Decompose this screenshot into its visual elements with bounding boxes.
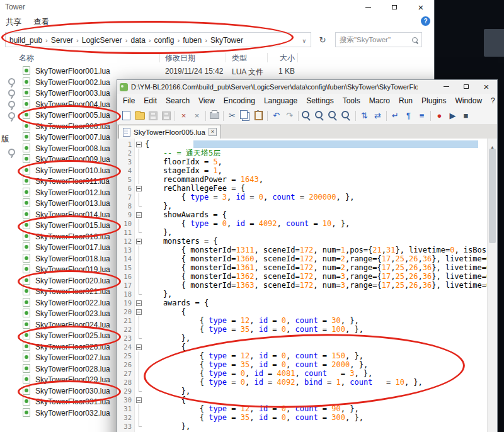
code-line[interactable]: 12 monsters = {: [117, 237, 488, 246]
code-line[interactable]: 15 { monsterId=1361, sceneId=172, num=2,…: [117, 263, 488, 272]
code-line[interactable]: 4 stageIdx = 1,: [117, 166, 488, 175]
copy-icon[interactable]: [239, 110, 251, 122]
code-line[interactable]: 29 },: [117, 387, 488, 395]
breadcrumb-item[interactable]: LogicServer: [81, 36, 123, 45]
fold-collapse-icon[interactable]: [135, 237, 143, 246]
menu-language[interactable]: Language: [260, 96, 302, 105]
notepad-close-button[interactable]: [476, 80, 496, 93]
code-line[interactable]: 23 },: [117, 334, 488, 343]
code-editor[interactable]: 1{2 -- = 通天塔5层3 floorIdx = 5,4 stageIdx …: [117, 139, 497, 432]
notepad-titlebar[interactable]: D:\YM-BL20166.Com\build_pub\Server\Logic…: [117, 80, 497, 94]
vertical-scrollbar[interactable]: [487, 139, 497, 432]
code-line[interactable]: 5 recommandPower = 1643,: [117, 175, 488, 184]
column-separator[interactable]: [267, 53, 268, 62]
find-icon[interactable]: [301, 110, 313, 122]
code-line[interactable]: 3 floorIdx = 5,: [117, 157, 488, 166]
replace-icon[interactable]: [314, 110, 326, 122]
breadcrumb-item[interactable]: fuben: [181, 36, 203, 45]
code-line[interactable]: 14 { monsterId=1360, sceneId=172, num=2,…: [117, 254, 488, 263]
breadcrumb-item[interactable]: Server: [50, 36, 74, 45]
redo-icon[interactable]: ↷: [284, 110, 295, 122]
tab-skytowerfloor005[interactable]: SkyTowerFloor005.lua: [118, 125, 221, 139]
notepad-maximize-button[interactable]: [456, 80, 476, 93]
code-line[interactable]: 24 {: [117, 343, 488, 351]
show-all-characters-icon[interactable]: ¶: [403, 110, 415, 122]
cut-icon[interactable]: ✂: [226, 110, 238, 122]
indent-guide-icon[interactable]: ≡: [416, 110, 428, 122]
code-line[interactable]: 6 reChanllegeFee = {: [117, 184, 488, 193]
code-line[interactable]: 1{: [117, 140, 488, 149]
code-line[interactable]: 28 { type = 0, id = 4092, bind = 1, coun…: [117, 378, 488, 387]
undo-icon[interactable]: ↶: [270, 110, 282, 122]
close-all-icon[interactable]: ×: [191, 110, 203, 122]
breadcrumb-item[interactable]: SkyTower: [209, 36, 244, 45]
scrollbar-thumb[interactable]: [489, 149, 496, 243]
macro-stop-icon[interactable]: ■: [460, 110, 472, 122]
column-separator[interactable]: [159, 53, 160, 62]
column-separator[interactable]: [297, 53, 298, 62]
fold-collapse-icon[interactable]: [135, 210, 143, 219]
menu-search[interactable]: Search: [161, 96, 194, 105]
ribbon-tab-查看[interactable]: 查看: [33, 17, 49, 28]
breadcrumb-separator-icon[interactable]: ›: [74, 37, 81, 44]
breadcrumb-separator-icon[interactable]: ›: [43, 37, 50, 44]
search-input[interactable]: 搜索"SkyTower": [340, 35, 412, 45]
code-line[interactable]: 18 },: [117, 290, 488, 298]
macro-record-icon[interactable]: ●: [433, 110, 445, 122]
code-line[interactable]: 11 },: [117, 228, 488, 237]
open-folder-icon[interactable]: [134, 110, 146, 122]
pin-icon[interactable]: [8, 78, 15, 85]
column-header-1[interactable]: 修改日期: [165, 53, 195, 64]
paste-icon[interactable]: [253, 110, 265, 122]
code-line[interactable]: 33 },: [117, 422, 488, 431]
menu-view[interactable]: View: [194, 96, 219, 105]
code-line[interactable]: 7 { type = 3, id = 0, count = 200000, },: [117, 193, 488, 202]
fold-collapse-icon[interactable]: [135, 298, 143, 307]
ribbon-tab-共享[interactable]: 共享: [6, 17, 21, 28]
word-wrap-icon[interactable]: ↵: [389, 110, 401, 122]
notepad-minimize-button[interactable]: [436, 80, 456, 93]
column-header-2[interactable]: 类型: [232, 53, 247, 64]
search-box[interactable]: 搜索"SkyTower": [335, 32, 422, 47]
code-line[interactable]: 27 { type = 0, id = 4081, count = 3, },: [117, 369, 488, 378]
code-line[interactable]: 8 },: [117, 202, 488, 210]
code-line[interactable]: 21 { type = 12, id = 0, count = 30, },: [117, 316, 488, 325]
tab-close-icon[interactable]: [209, 128, 217, 136]
menu-[interactable]: ?: [486, 96, 500, 105]
zoom-in-icon[interactable]: [328, 110, 340, 122]
sync-horizontal-icon[interactable]: ⇄: [372, 110, 384, 122]
breadcrumb-separator-icon[interactable]: ›: [176, 37, 182, 44]
file-row[interactable]: SkyTowerFloor001.lua2019/11/24 15:42LUA …: [0, 65, 434, 77]
menu-encoding[interactable]: Encoding: [219, 96, 260, 105]
fold-collapse-icon[interactable]: [135, 343, 143, 351]
menu-macro[interactable]: Macro: [365, 96, 394, 105]
code-line[interactable]: 13 { monsterId=1311, sceneId=172, num=1,…: [117, 246, 488, 254]
menu-run[interactable]: Run: [394, 96, 417, 105]
sidebar-item-label[interactable]: 版: [1, 134, 9, 145]
code-line[interactable]: 10 { type = 0, id = 4092, count = 10, },: [117, 219, 488, 228]
code-line[interactable]: 20 {: [117, 307, 488, 316]
address-bar[interactable]: build_pub›Server›LogicServer›data›config…: [5, 32, 311, 47]
explorer-maximize-button[interactable]: [381, 0, 408, 14]
code-line[interactable]: 31 { type = 12, id = 0, count = 90, },: [117, 404, 488, 413]
chevron-down-icon[interactable]: [302, 34, 308, 45]
column-header-0[interactable]: 名称: [19, 53, 34, 64]
code-line[interactable]: 19 awards = {: [117, 298, 488, 307]
pin-icon[interactable]: [8, 89, 15, 96]
code-line[interactable]: 16 { monsterId=1362, sceneId=172, num=3,…: [117, 272, 488, 281]
pin-icon[interactable]: [8, 149, 15, 156]
breadcrumb-item[interactable]: build_pub: [8, 36, 43, 45]
new-file-icon[interactable]: [120, 110, 132, 122]
fold-collapse-icon[interactable]: [135, 140, 143, 149]
column-header-3[interactable]: 大小: [268, 53, 295, 64]
close-file-icon[interactable]: ×: [178, 110, 190, 122]
code-line[interactable]: 32 { type = 35, id = 0, count = 300, },: [117, 413, 488, 422]
print-icon[interactable]: [209, 110, 220, 122]
code-line[interactable]: 2 -- = 通天塔5层: [117, 149, 488, 157]
fold-collapse-icon[interactable]: [135, 307, 143, 316]
code-line[interactable]: 17 { monsterId=1363, sceneId=172, num=3,…: [117, 281, 488, 290]
save-icon[interactable]: [147, 110, 159, 122]
code-line[interactable]: 26 { type = 35, id = 0, count = 2000, },: [117, 360, 488, 369]
menu-edit[interactable]: Edit: [139, 96, 161, 105]
menu-settings[interactable]: Settings: [302, 96, 338, 105]
